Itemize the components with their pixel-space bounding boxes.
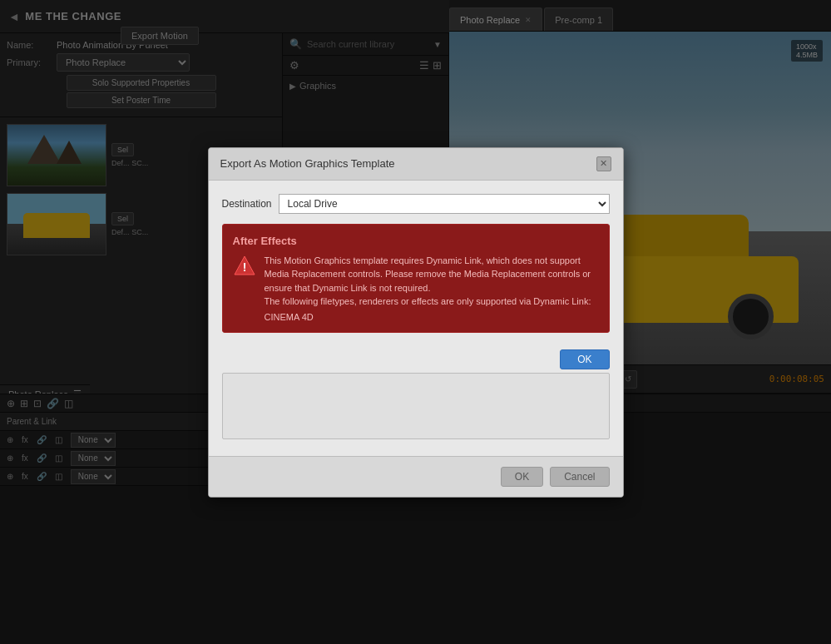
destination-row: Destination Local Drive bbox=[222, 194, 610, 214]
warning-text-area: This Motion Graphics template requires D… bbox=[265, 254, 599, 322]
modal-close-btn[interactable]: ✕ bbox=[596, 156, 611, 171]
svg-text:!: ! bbox=[242, 260, 246, 274]
warning-title: After Effects bbox=[233, 235, 599, 247]
destination-label: Destination bbox=[222, 198, 272, 210]
additional-area bbox=[222, 373, 610, 439]
footer-cancel-btn[interactable]: Cancel bbox=[550, 467, 609, 487]
warning-content: ! This Motion Graphics template requires… bbox=[233, 254, 599, 322]
export-modal: Export As Motion Graphics Template ✕ Des… bbox=[208, 147, 624, 498]
modal-footer: OK Cancel bbox=[209, 456, 623, 497]
warning-text-1: This Motion Graphics template requires D… bbox=[265, 254, 599, 295]
modal-body: Destination Local Drive After Effects ! bbox=[209, 181, 623, 456]
modal-title-bar: Export As Motion Graphics Template ✕ bbox=[209, 148, 623, 181]
destination-select[interactable]: Local Drive bbox=[279, 194, 610, 214]
modal-title: Export As Motion Graphics Template bbox=[220, 157, 395, 170]
warning-box: After Effects ! This Motion Graphics tem… bbox=[222, 224, 610, 333]
warning-text-2: The following filetypes, renderers or ef… bbox=[265, 295, 599, 309]
cinema-text: CINEMA 4D bbox=[265, 312, 599, 322]
modal-inner-footer: OK bbox=[222, 343, 610, 373]
footer-ok-btn[interactable]: OK bbox=[501, 467, 543, 487]
inner-ok-btn[interactable]: OK bbox=[560, 349, 609, 369]
modal-overlay: Export As Motion Graphics Template ✕ Des… bbox=[0, 0, 831, 644]
warning-icon: ! bbox=[233, 254, 256, 322]
